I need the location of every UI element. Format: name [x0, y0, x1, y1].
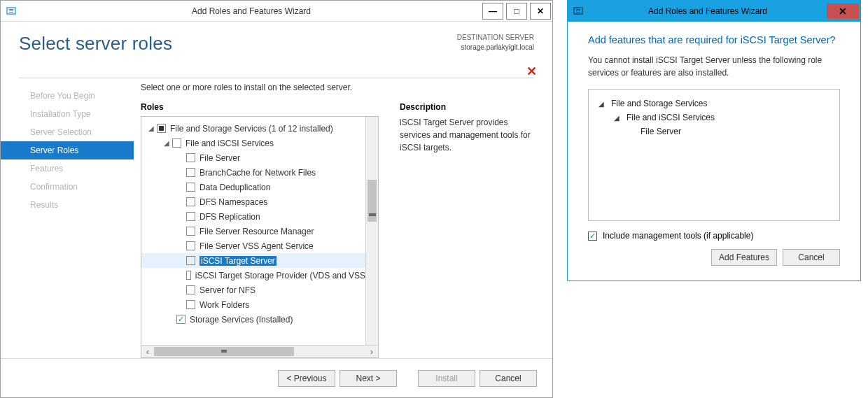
expander-icon[interactable]: ◢	[147, 125, 155, 132]
description-text: iSCSI Target Server provides services an…	[400, 116, 537, 154]
popup-cancel-button[interactable]: Cancel	[783, 249, 840, 266]
checkbox[interactable]	[186, 183, 195, 192]
expander-icon[interactable]: ◢	[597, 100, 606, 108]
role-branchcache[interactable]: BranchCache for Network Files	[141, 165, 365, 180]
install-button[interactable]: Install	[418, 370, 475, 387]
wizard-titlebar: Add Roles and Features Wizard — □ ✕	[1, 1, 552, 22]
horizontal-scrollbar[interactable]: ‹ ›	[141, 345, 378, 357]
popup-titlebar: Add Roles and Features Wizard ✕	[568, 1, 860, 22]
role-label: File and Storage Services (1 of 12 insta…	[170, 124, 333, 134]
popup-text: You cannot install iSCSI Target Server u…	[588, 54, 840, 79]
wizard-header: Select server roles DESTINATION SERVER s…	[1, 22, 552, 78]
role-label: File Server VSS Agent Service	[200, 241, 314, 251]
role-iscsi-target-server[interactable]: iSCSI Target Server	[141, 253, 365, 268]
include-mgmt-label: Include management tools (if applicable)	[603, 231, 753, 241]
req-label: File and iSCSI Services	[626, 113, 715, 122]
req-label: File and Storage Services	[611, 99, 707, 108]
maximize-button[interactable]: □	[506, 3, 527, 20]
role-file-storage-services[interactable]: ◢ File and Storage Services (1 of 12 ins…	[141, 121, 365, 136]
instruction-text: Select one or more roles to install on t…	[141, 83, 537, 92]
destination-label: DESTINATION SERVER	[457, 33, 534, 43]
step-features[interactable]: Features	[1, 159, 134, 178]
roles-column: Roles ◢ File and Storage Services (1 of …	[141, 102, 379, 358]
wizard-footer: < Previous Next > Install Cancel	[1, 358, 552, 397]
required-features-dialog: Add Roles and Features Wizard ✕ Add feat…	[567, 0, 861, 281]
checkbox[interactable]	[186, 271, 191, 280]
role-server-nfs[interactable]: Server for NFS	[141, 283, 365, 297]
role-label: Storage Services (Installed)	[190, 315, 293, 325]
checkbox[interactable]	[186, 256, 195, 265]
previous-button[interactable]: < Previous	[278, 370, 335, 387]
step-server-roles[interactable]: Server Roles	[1, 141, 134, 159]
role-dfs-namespaces[interactable]: DFS Namespaces	[141, 194, 365, 209]
role-iscsi-storage-provider[interactable]: iSCSI Target Storage Provider (VDS and V…	[141, 268, 365, 283]
roles-tree: ◢ File and Storage Services (1 of 12 ins…	[141, 116, 379, 358]
destination-server: storage.parlakyigit.local	[457, 43, 534, 52]
step-server-selection[interactable]: Server Selection	[1, 123, 134, 141]
roles-area: Select one or more roles to install on t…	[134, 78, 552, 358]
step-before-you-begin[interactable]: Before You Begin	[1, 87, 134, 105]
checkbox[interactable]	[186, 241, 195, 250]
roles-tree-scroll[interactable]: ◢ File and Storage Services (1 of 12 ins…	[141, 117, 365, 345]
role-data-dedup[interactable]: Data Deduplication	[141, 180, 365, 194]
wizard-title: Add Roles and Features Wizard	[22, 6, 481, 16]
step-results[interactable]: Results	[1, 196, 134, 214]
req-file-iscsi-services[interactable]: ◢ File and iSCSI Services	[594, 111, 834, 125]
expander-icon[interactable]: ◢	[162, 139, 171, 147]
destination-block: DESTINATION SERVER storage.parlakyigit.l…	[457, 33, 534, 52]
role-vss-agent[interactable]: File Server VSS Agent Service	[141, 239, 365, 253]
page-heading: Select server roles	[19, 33, 172, 55]
checkbox[interactable]	[172, 138, 181, 148]
popup-title: Add Roles and Features Wizard	[589, 6, 827, 16]
required-features-tree: ◢ File and Storage Services ◢ File and i…	[588, 89, 840, 221]
scroll-track[interactable]	[154, 346, 365, 357]
role-label: File Server Resource Manager	[200, 227, 314, 236]
scroll-right-icon[interactable]: ›	[365, 347, 378, 357]
add-features-button[interactable]: Add Features	[711, 249, 777, 266]
checkbox[interactable]	[186, 197, 195, 206]
description-label: Description	[400, 102, 537, 112]
include-mgmt-checkbox[interactable]: ✓	[588, 232, 597, 241]
wizard-content: Before You Begin Installation Type Serve…	[1, 78, 552, 358]
app-icon	[5, 5, 18, 17]
req-file-server[interactable]: File Server	[594, 125, 834, 138]
minimize-button[interactable]: —	[482, 3, 503, 20]
checkbox-tristate[interactable]	[157, 124, 166, 133]
step-confirmation[interactable]: Confirmation	[1, 178, 134, 196]
checkbox[interactable]	[186, 300, 195, 309]
role-dfs-replication[interactable]: DFS Replication	[141, 209, 365, 224]
req-file-storage-services[interactable]: ◢ File and Storage Services	[594, 97, 834, 111]
role-label: DFS Namespaces	[200, 197, 267, 207]
vertical-scrollbar[interactable]	[365, 117, 378, 345]
description-column: Description iSCSI Target Server provides…	[379, 102, 537, 358]
req-label: File Server	[640, 127, 681, 136]
step-installation-type[interactable]: Installation Type	[1, 105, 134, 123]
role-fsrm[interactable]: File Server Resource Manager	[141, 224, 365, 239]
popup-inner: Add features that are required for iSCSI…	[573, 22, 855, 276]
role-storage-services[interactable]: Storage Services (Installed)	[141, 312, 365, 327]
scroll-left-icon[interactable]: ‹	[141, 347, 154, 357]
next-button[interactable]: Next >	[340, 370, 397, 387]
checkbox[interactable]	[186, 227, 195, 236]
error-close-icon[interactable]: ✕	[526, 64, 537, 79]
checkbox[interactable]	[186, 153, 195, 162]
wizard-body: Select server roles DESTINATION SERVER s…	[1, 22, 552, 397]
close-button[interactable]: ✕	[530, 3, 551, 20]
roles-label: Roles	[141, 102, 379, 112]
cancel-button[interactable]: Cancel	[479, 370, 537, 387]
role-label: iSCSI Target Storage Provider (VDS and V…	[195, 271, 365, 280]
expander-icon[interactable]: ◢	[612, 114, 621, 122]
checkbox[interactable]	[186, 285, 195, 294]
popup-footer: Add Features Cancel	[588, 249, 840, 266]
role-label: Work Folders	[200, 300, 249, 310]
popup-body: Add features that are required for iSCSI…	[573, 22, 855, 276]
checkbox[interactable]	[186, 212, 195, 221]
role-file-server[interactable]: File Server	[141, 150, 365, 165]
role-file-iscsi-services[interactable]: ◢ File and iSCSI Services	[141, 136, 365, 150]
checkbox[interactable]	[186, 168, 195, 177]
role-work-folders[interactable]: Work Folders	[141, 297, 365, 312]
popup-close-button[interactable]: ✕	[827, 3, 859, 19]
checkbox-checked[interactable]	[176, 315, 186, 324]
include-mgmt-tools-row[interactable]: ✓ Include management tools (if applicabl…	[588, 231, 840, 241]
steps-list: Before You Begin Installation Type Serve…	[1, 78, 134, 358]
